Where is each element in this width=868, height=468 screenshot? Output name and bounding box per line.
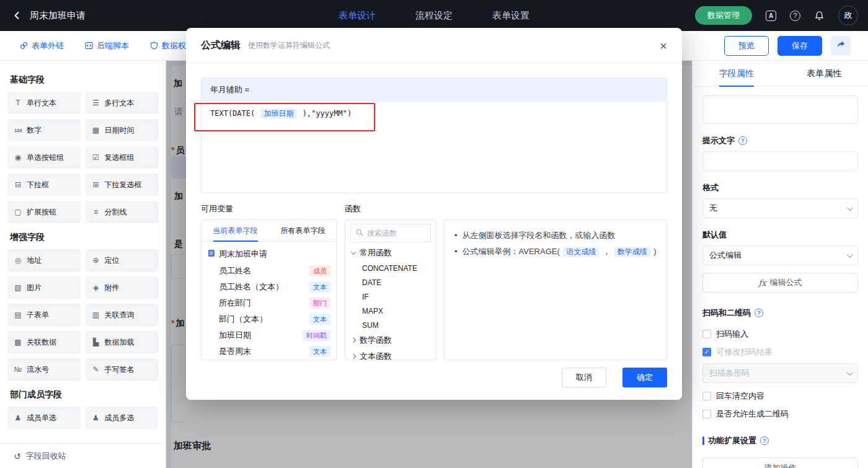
palette-field-image[interactable]: ▧图片 [7,276,81,299]
question-circle-icon[interactable]: ? [755,309,763,317]
variable-row[interactable]: 加班日期时间戳 [202,327,337,343]
formula-editor-input[interactable]: TEXT(DATE( 加班日期 ),"yyyyMM") [202,102,666,193]
toolbar-link-form-external-link[interactable]: 表单外链 [20,40,64,51]
palette-field-label: 地址 [27,255,42,266]
checkbox-enter-clear[interactable]: ✓回车清空内容 [702,387,858,405]
divider-icon: ≡ [91,208,101,216]
checkbox-allow-qr[interactable]: ✓是否允许生成二维码 [702,405,858,423]
close-icon[interactable]: × [660,40,667,52]
palette-grid: ◎地址⊕定位▧图片◈附件▤子表单▥关联查询▩关联数据▙数据加载№流水号✎手写签名 [7,249,158,381]
form-doc-icon [208,249,215,259]
field-recycle-bin[interactable]: ↺ 字段回收站 [0,443,166,468]
default-value-select[interactable]: 公式编辑 [702,245,858,265]
question-circle-icon[interactable]: ? [738,136,747,145]
function-item[interactable]: CONCATENATE [350,261,431,275]
palette-field-label: 流水号 [27,364,49,375]
tab-current-form-fields[interactable]: 当前表单字段 [202,220,269,241]
palette-field-radio-group[interactable]: ◉单选按钮组 [7,146,81,169]
variable-row[interactable]: 员工姓名成员 [202,263,337,279]
function-list: 常用函数CONCATENATEDATEIFMAPXSUM数学函数文本函数 [350,245,431,360]
search-icon [356,227,363,239]
formula-editor-modal: 公式编辑 使用数学运算符编辑公式 × 年月辅助 = TEXT(DATE( 加班日… [186,28,682,400]
palette-field-checkbox-group[interactable]: ☑复选框组 [86,146,159,169]
functions-column: 函数 搜索函数 常用函数CONCATENATEDATEIFMAPXSUM数学函数… [345,203,436,360]
image-icon: ▧ [13,283,23,292]
palette-field-subform[interactable]: ▤子表单 [7,304,81,326]
palette-field-member-single[interactable]: ♟成员单选 [7,407,81,429]
palette-field-member-multi[interactable]: ♟成员多选 [86,407,159,429]
translate-icon[interactable]: A [766,11,776,21]
modal-body: 年月辅助 = TEXT(DATE( 加班日期 ),"yyyyMM") 可用变量 … [186,77,682,360]
variable-row[interactable]: 所在部门部门 [202,295,337,311]
variables-tree: 周末加班申请 员工姓名成员员工姓名（文本）文本所在部门部门部门（文本）文本加班日… [202,242,337,360]
format-select[interactable]: 无 [702,198,858,218]
signature-icon: ✎ [91,365,101,374]
variable-row[interactable]: 员工姓名（文本）文本 [202,279,337,295]
preview-button[interactable]: 预览 [724,36,769,56]
function-item[interactable]: SUM [350,318,431,332]
avatar[interactable]: 政 [838,6,858,25]
formula-field-tag[interactable]: 加班日期 [260,108,296,118]
function-search-input[interactable]: 搜索函数 [350,224,431,242]
share-button[interactable] [831,36,851,56]
function-item[interactable]: IF [350,289,431,304]
topbar-tabs: 表单设计 流程设定 表单设置 [339,0,529,31]
tab-all-form-fields[interactable]: 所有表单字段 [269,220,337,241]
cancel-button[interactable]: 取消 [562,368,606,387]
tab-field-properties[interactable]: 字段属性 [693,61,781,86]
hint-text-input[interactable] [702,151,858,171]
function-group[interactable]: 数学函数 [350,332,431,348]
palette-field-data-load[interactable]: ▙数据加载 [86,331,159,353]
field-title-input[interactable] [702,95,858,124]
palette-field-address[interactable]: ◎地址 [7,249,81,272]
checkbox-scan-input[interactable]: ✓扫码输入 [702,325,858,343]
extension-section-title: 功能扩展设置? [702,435,858,446]
variables-panel: 当前表单字段 所有表单字段 周末加班申请 员工姓名成员员工姓名（文本）文本所在部… [201,219,337,360]
palette-field-dropdown[interactable]: ⊟下拉框 [7,174,81,196]
palette-field-related-data[interactable]: ▩关联数据 [7,331,81,353]
palette-field-dropdown-multi[interactable]: ⊞下拉复选框 [86,174,159,196]
toolbar-links: 表单外链后端脚本数据权限 [20,40,194,51]
tab-form-properties[interactable]: 表单属性 [781,61,868,86]
formula-text: ),"yyyyMM") [298,109,352,118]
variable-type-tag: 文本 [309,281,330,293]
palette-field-location[interactable]: ⊕定位 [86,249,159,272]
function-group[interactable]: 常用函数 [350,245,431,261]
variable-name: 员工姓名（文本） [219,281,283,293]
checkbox-label: 回车清空内容 [716,391,764,402]
tab-form-design[interactable]: 表单设计 [339,10,376,22]
function-item[interactable]: MAPX [350,304,431,318]
fx-icon: ƒx [758,278,766,288]
question-circle-icon[interactable]: ? [760,436,769,445]
save-button[interactable]: 保存 [777,36,822,56]
function-item[interactable]: DATE [350,275,431,289]
palette-field-signature[interactable]: ✎手写签名 [86,358,159,381]
palette-field-related-query[interactable]: ▥关联查询 [86,304,159,326]
palette-field-number[interactable]: 123数字 [7,119,81,141]
form-node[interactable]: 周末加班申请 [202,245,337,263]
palette-field-serial-number[interactable]: №流水号 [7,358,81,381]
checkbox-modify-scan-result[interactable]: ✓可修改扫码结果 [702,343,858,361]
palette-field-attachment[interactable]: ◈附件 [86,276,159,299]
confirm-button[interactable]: 确定 [622,368,667,387]
palette-field-divider[interactable]: ≡分割线 [86,201,159,223]
edit-formula-button[interactable]: ƒx编辑公式 [702,273,858,293]
bell-icon[interactable] [814,11,825,21]
checkbox-icon: ☑ [91,153,101,162]
variable-row[interactable]: 部门（文本）文本 [202,311,337,327]
toolbar-link-backend-script[interactable]: 后端脚本 [85,40,129,51]
formula-target-field: 年月辅助 = [202,78,666,102]
add-action-button[interactable]: 添加操作 [702,457,858,468]
palette-field-multi-line-text[interactable]: ☰多行文本 [86,92,159,114]
palette-field-datetime[interactable]: ▦日期时间 [86,119,159,141]
tab-form-settings[interactable]: 表单设置 [492,10,529,22]
properties-tabs: 字段属性 表单属性 [693,61,868,87]
palette-field-label: 图片 [27,283,42,293]
help-icon[interactable]: ? [790,11,800,21]
data-manage-button[interactable]: 数据管理 [695,6,752,25]
location-icon: ⊕ [91,256,101,265]
back-button[interactable] [10,9,24,22]
tab-flow-settings[interactable]: 流程设定 [415,10,453,22]
palette-field-extend-button[interactable]: ▢扩展按钮 [7,201,81,223]
palette-field-single-line-text[interactable]: T单行文本 [7,92,81,114]
